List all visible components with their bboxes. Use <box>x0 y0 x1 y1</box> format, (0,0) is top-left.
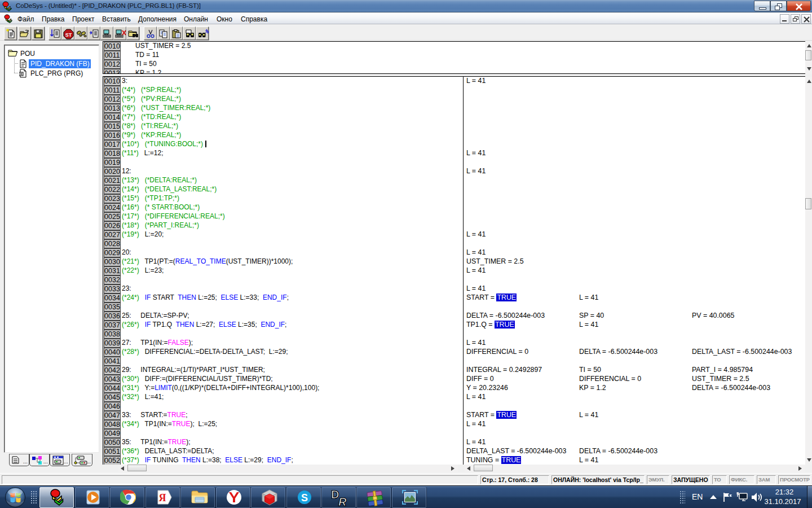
svg-text:Я: Я <box>159 492 166 503</box>
svg-text:ST: ST <box>65 32 72 38</box>
svg-text:R: R <box>338 496 347 508</box>
svg-text:S: S <box>301 492 308 503</box>
